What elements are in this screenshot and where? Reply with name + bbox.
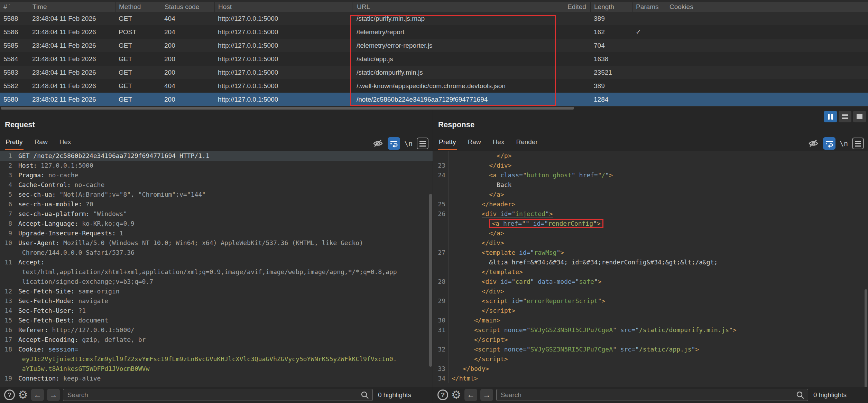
line-number: 25 bbox=[433, 199, 449, 209]
request-title: Request bbox=[5, 120, 35, 129]
column-header-params[interactable]: Params bbox=[632, 2, 666, 12]
line-number: 17 bbox=[0, 335, 15, 345]
response-editor[interactable]: </p>23 </div>24 <a class="button ghost" … bbox=[433, 151, 868, 387]
line-number: 8 bbox=[0, 219, 15, 228]
column-header-length[interactable]: Length bbox=[590, 2, 632, 12]
column-header-host[interactable]: Host bbox=[214, 2, 352, 12]
next-match-button[interactable]: → bbox=[480, 389, 493, 401]
prev-match-button[interactable]: ← bbox=[464, 389, 477, 401]
response-highlights-count: 0 highlights bbox=[811, 391, 864, 399]
cell-num: 5583 bbox=[0, 66, 29, 79]
code-line: 32 <script nonce="SVJyGSZ3N5RI5CJPu7CgeA… bbox=[433, 345, 868, 354]
code-line: lication/signed-exchange;v=b3;q=0.7 bbox=[0, 277, 433, 287]
http-logger-app: #ˇTimeMethodStatus codeHostURLEditedLeng… bbox=[0, 0, 868, 403]
table-row-5580[interactable]: 558023:48:02 11 Feb 2026GET200http://127… bbox=[0, 93, 868, 106]
gear-icon[interactable]: ⚙ bbox=[451, 390, 461, 400]
request-search-bar: ? ⚙ ← → 0 highlights bbox=[0, 387, 433, 403]
column-header-edited[interactable]: Edited bbox=[564, 2, 590, 12]
table-row-5584[interactable]: 558423:48:04 11 Feb 2026GET200http://127… bbox=[0, 52, 868, 66]
line-number bbox=[0, 267, 15, 277]
response-tab-hex[interactable]: Hex bbox=[492, 135, 505, 149]
request-tabs: PrettyRawHex bbox=[0, 139, 72, 145]
response-tab-pretty[interactable]: Pretty bbox=[438, 135, 457, 150]
request-scrollbar-thumb[interactable] bbox=[429, 194, 432, 367]
line-number: 2 bbox=[0, 161, 15, 170]
table-row-5586[interactable]: 558623:48:04 11 Feb 2026POST204http://12… bbox=[0, 25, 868, 39]
code-line: Back bbox=[433, 180, 868, 190]
capture-controls bbox=[824, 111, 866, 122]
code-line: eyJ1c2VyIjoie3t1cmxfZm9yLl9fZ2xvYmFsc19f… bbox=[0, 354, 433, 364]
cell-params bbox=[632, 79, 666, 93]
code-line: 24 <a class="button ghost" href="/"> bbox=[433, 170, 868, 180]
response-tab-render[interactable]: Render bbox=[515, 135, 538, 149]
code-line: 15Sec-Fetch-Dest: document bbox=[0, 316, 433, 325]
line-number: 15 bbox=[0, 316, 15, 325]
response-search-input[interactable] bbox=[496, 389, 808, 401]
response-tab-raw[interactable]: Raw bbox=[467, 135, 482, 149]
request-tab-hex[interactable]: Hex bbox=[59, 135, 72, 149]
response-title: Response bbox=[438, 120, 474, 129]
table-horizontal-scrollbar[interactable] bbox=[0, 107, 868, 110]
word-wrap-toggle[interactable] bbox=[823, 137, 835, 150]
cell-edited bbox=[564, 12, 590, 25]
prev-match-button[interactable]: ← bbox=[31, 389, 44, 401]
request-tab-raw[interactable]: Raw bbox=[34, 135, 48, 149]
line-number: 19 bbox=[0, 374, 15, 383]
request-code: 1GET /note/2c5860b224e34196aa7129f694771… bbox=[0, 151, 433, 383]
code-line: </script> bbox=[433, 335, 868, 345]
editor-menu-icon[interactable] bbox=[852, 138, 864, 149]
line-number: 6 bbox=[0, 199, 15, 209]
request-search-input[interactable] bbox=[63, 389, 373, 401]
cell-num: 5584 bbox=[0, 52, 29, 66]
code-line: 14Sec-Fetch-User: ?1 bbox=[0, 306, 433, 316]
hide-highlights-icon[interactable] bbox=[372, 138, 384, 149]
gear-icon[interactable]: ⚙ bbox=[18, 390, 28, 400]
table-row-5582[interactable]: 558223:48:04 11 Feb 2026GET404http://127… bbox=[0, 79, 868, 93]
code-line: <a href="" id="renderConfig"> bbox=[433, 219, 868, 228]
stop-capture-button[interactable] bbox=[853, 111, 866, 122]
newline-toggle[interactable]: \n bbox=[840, 139, 848, 148]
line-number: 14 bbox=[0, 306, 15, 316]
hide-highlights-icon[interactable] bbox=[808, 138, 819, 149]
cell-status: 200 bbox=[161, 66, 214, 79]
next-match-button[interactable]: → bbox=[47, 389, 60, 401]
newline-toggle[interactable]: \n bbox=[404, 139, 413, 148]
code-line: &lt;a href=&#34;&#34; id=&#34;renderConf… bbox=[433, 257, 868, 267]
word-wrap-toggle[interactable] bbox=[388, 137, 400, 150]
column-header-url[interactable]: URL bbox=[352, 2, 564, 12]
code-line: </template> bbox=[433, 267, 868, 277]
line-number bbox=[433, 287, 449, 296]
cell-cookies bbox=[666, 52, 868, 66]
help-icon[interactable]: ? bbox=[4, 390, 15, 400]
cell-url: /static/purify.min.js.map bbox=[352, 12, 564, 25]
log-table-rows: 558823:48:04 11 Feb 2026GET404http://127… bbox=[0, 12, 868, 106]
response-scrollbar-thumb[interactable] bbox=[865, 289, 867, 387]
help-icon[interactable]: ? bbox=[437, 390, 448, 400]
cell-length: 1284 bbox=[590, 93, 632, 106]
cell-length: 1638 bbox=[590, 52, 632, 66]
table-row-5583[interactable]: 558323:48:04 11 Feb 2026GET200http://127… bbox=[0, 66, 868, 79]
code-line: 16Referer: http://127.0.0.1:5000/ bbox=[0, 325, 433, 335]
line-number: 3 bbox=[0, 170, 15, 180]
column-header-cookies[interactable]: Cookies bbox=[666, 2, 868, 12]
pause-capture-button[interactable] bbox=[824, 111, 837, 122]
code-line: 34</html> bbox=[433, 374, 868, 383]
rows-view-button[interactable] bbox=[839, 111, 851, 122]
table-row-5585[interactable]: 558523:48:04 11 Feb 2026GET200http://127… bbox=[0, 39, 868, 52]
line-number: 34 bbox=[433, 374, 449, 383]
request-tab-pretty[interactable]: Pretty bbox=[5, 135, 24, 150]
column-header-time[interactable]: Time bbox=[29, 2, 115, 12]
code-line: 1GET /note/2c5860b224e34196aa7129f694771… bbox=[0, 151, 433, 161]
code-line: 25 </header> bbox=[433, 199, 868, 209]
search-icon bbox=[796, 391, 805, 401]
scrollbar-thumb[interactable] bbox=[1, 107, 574, 110]
editor-menu-icon[interactable] bbox=[417, 138, 428, 149]
cell-host: http://127.0.0.1:5000 bbox=[214, 66, 352, 79]
code-line: 29 <script id="errorReporterScript"> bbox=[433, 296, 868, 306]
column-header-method[interactable]: Method bbox=[115, 2, 161, 12]
column-header-status[interactable]: Status code bbox=[161, 2, 214, 12]
request-editor[interactable]: 1GET /note/2c5860b224e34196aa7129f694771… bbox=[0, 151, 433, 387]
column-header-num[interactable]: #ˇ bbox=[0, 2, 29, 12]
cell-method: GET bbox=[115, 12, 161, 25]
table-row-5588[interactable]: 558823:48:04 11 Feb 2026GET404http://127… bbox=[0, 12, 868, 25]
